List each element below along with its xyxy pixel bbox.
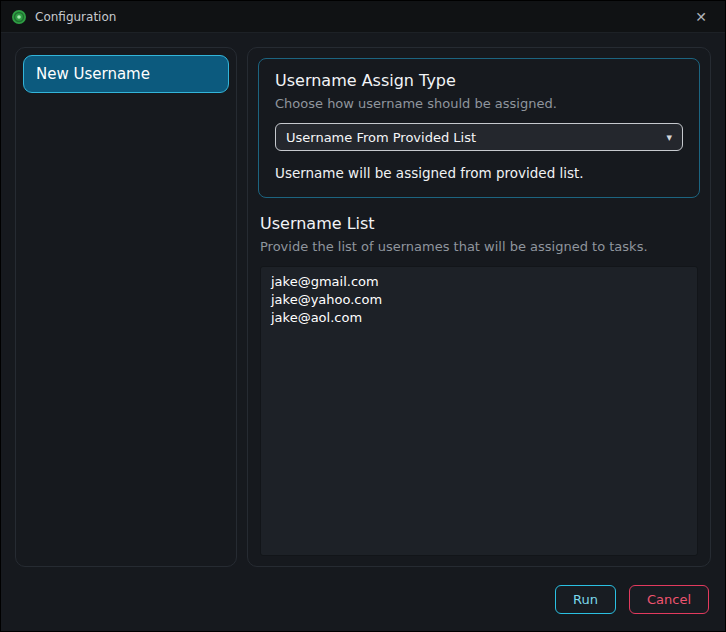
assign-type-note: Username will be assigned from provided … [275, 165, 683, 181]
settings-panel: Username Assign Type Choose how username… [247, 47, 711, 567]
sidebar: New Username [15, 47, 237, 567]
username-list-section: Username List Provide the list of userna… [258, 214, 700, 556]
username-list-subtitle: Provide the list of usernames that will … [260, 239, 698, 254]
assign-type-dropdown-value: Username From Provided List [286, 130, 476, 145]
app-logo-icon [11, 9, 27, 25]
dialog-content: New Username Username Assign Type Choose… [1, 33, 725, 567]
username-assign-type-section: Username Assign Type Choose how username… [258, 58, 700, 198]
run-button[interactable]: Run [555, 585, 616, 614]
dialog-footer: Run Cancel [1, 567, 725, 631]
assign-type-subtitle: Choose how username should be assigned. [275, 96, 683, 111]
configuration-dialog: Configuration ✕ New Username Username As… [0, 0, 726, 632]
close-icon[interactable]: ✕ [687, 5, 715, 29]
username-list-input[interactable]: jake@gmail.com jake@yahoo.com jake@aol.c… [260, 266, 698, 556]
window-title: Configuration [35, 10, 116, 24]
chevron-down-icon: ▾ [666, 131, 672, 144]
titlebar[interactable]: Configuration ✕ [1, 1, 725, 33]
assign-type-title: Username Assign Type [275, 71, 683, 90]
assign-type-dropdown[interactable]: Username From Provided List ▾ [275, 123, 683, 151]
sidebar-item-new-username[interactable]: New Username [23, 55, 229, 93]
username-list-title: Username List [260, 214, 698, 233]
cancel-button[interactable]: Cancel [629, 585, 709, 614]
